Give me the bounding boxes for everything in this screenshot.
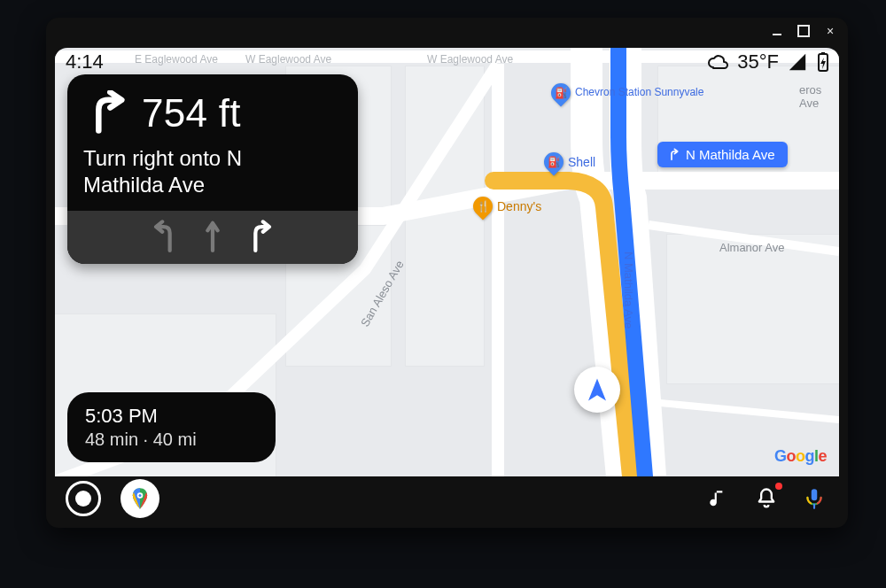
restaurant-pin-icon: 🍴 (469, 192, 496, 220)
street-label: W Eaglewood Ave (427, 53, 513, 66)
nav-instruction-line: Mathilda Ave (83, 172, 342, 198)
window-minimize-button[interactable] (770, 24, 784, 38)
window-close-button[interactable]: × (823, 24, 837, 38)
emulator-window: × E Eaglewood Ave W (46, 18, 848, 528)
eta-arrival-time: 5:03 PM (85, 405, 258, 428)
poi-label: Denny's (497, 199, 541, 213)
clock: 4:14 (66, 50, 104, 74)
notification-dot (775, 483, 782, 490)
navigation-card[interactable]: 754 ft Turn right onto N Mathilda Ave (67, 74, 358, 264)
poi-label: Chevron Station Sunnyvale (575, 87, 703, 98)
poi-shell[interactable]: ⛽ Shell (544, 152, 595, 172)
poi-dennys[interactable]: 🍴 Denny's (473, 197, 541, 216)
lane-guidance (67, 211, 358, 264)
svg-rect-4 (812, 489, 818, 500)
current-location-puck[interactable] (574, 367, 620, 413)
turn-right-icon (83, 90, 129, 136)
lane-left-icon (150, 218, 180, 253)
google-maps-icon (128, 486, 152, 511)
maps-app-button[interactable] (120, 479, 159, 518)
road-label-mathilda: N Mathilda Ave (622, 251, 635, 329)
turn-right-icon (666, 148, 680, 162)
microphone-icon (803, 487, 826, 510)
gas-pin-icon: ⛽ (547, 79, 574, 106)
gas-pin-icon: ⛽ (540, 148, 567, 175)
map-area[interactable]: E Eaglewood Ave W Eaglewood Ave W Eaglew… (55, 48, 839, 476)
street-label: W Eaglewood Ave (245, 53, 331, 66)
nav-distance: 754 ft (142, 91, 241, 135)
callout-text: N Mathilda Ave (686, 147, 775, 162)
svg-rect-1 (821, 52, 825, 55)
nav-instruction-line: Turn right onto N (83, 145, 342, 172)
road-label-almanor: Almanor Ave (719, 241, 784, 254)
lane-straight-icon (198, 218, 228, 253)
svg-point-3 (138, 494, 141, 497)
window-titlebar: × (46, 18, 848, 44)
route-street-callout[interactable]: N Mathilda Ave (657, 142, 788, 167)
road-label-eros: eros Ave (799, 83, 839, 110)
weather-icon (707, 51, 728, 73)
launcher-button[interactable] (66, 481, 101, 516)
music-note-icon (707, 487, 730, 510)
eta-card[interactable]: 5:03 PM 48 min · 40 mi (67, 392, 276, 462)
battery-icon (816, 51, 830, 73)
street-label: E Eaglewood Ave (135, 53, 218, 66)
temperature: 35°F (737, 50, 779, 74)
google-logo: Google (774, 447, 827, 466)
poi-chevron[interactable]: ⛽ Chevron Station Sunnyvale (551, 83, 703, 103)
eta-summary: 48 min · 40 mi (85, 429, 258, 450)
bell-icon (754, 486, 779, 511)
status-bar-right: 35°F (707, 50, 830, 74)
navigation-arrow-icon (584, 376, 610, 403)
lane-right-active-icon (245, 218, 276, 253)
music-button[interactable] (704, 484, 733, 513)
cell-signal-icon (788, 52, 807, 72)
notifications-button[interactable] (752, 484, 781, 513)
bottom-nav-bar (55, 476, 839, 521)
voice-assistant-button[interactable] (800, 484, 828, 513)
window-maximize-button[interactable] (797, 24, 811, 38)
poi-label: Shell (568, 155, 595, 169)
